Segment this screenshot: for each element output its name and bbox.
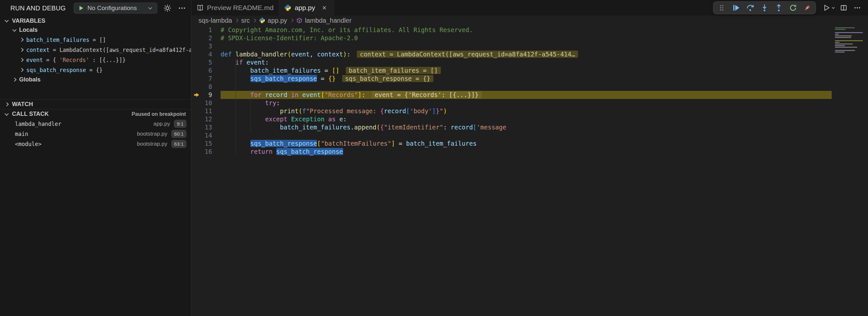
gutter[interactable]: 12 [191, 115, 221, 123]
variable-name: event [26, 57, 43, 63]
step-out-icon [775, 4, 783, 12]
line-number: 8 [191, 83, 221, 91]
stack-frame-lambda-handler[interactable]: lambda_handlerapp.py9:1 [0, 119, 191, 129]
code-line-2: 2# SPDX-License-Identifier: Apache-2.0 [191, 34, 832, 42]
code-text: return sqs_batch_response [221, 148, 832, 156]
breadcrumb-label: lambda_handler [305, 17, 351, 24]
stack-frame-module[interactable]: <module>bootstrap.py63:1 [0, 139, 191, 149]
gutter[interactable]: 16 [191, 148, 221, 156]
frame-name: <module> [15, 141, 41, 147]
gear-icon[interactable] [163, 4, 172, 13]
inline-debug-value: batch_item_failures = [] [346, 67, 441, 74]
tab-app-py[interactable]: app.py [279, 0, 334, 15]
line-number: 1 [191, 26, 221, 34]
variable-value: : [{...}]} [92, 57, 126, 63]
variables-section-header[interactable]: VARIABLES [0, 16, 191, 25]
gutter[interactable]: 7 [191, 74, 221, 83]
close-icon[interactable] [320, 4, 329, 12]
minimap[interactable] [835, 27, 865, 53]
chevron-right-icon [20, 68, 24, 72]
gutter[interactable]: 13 [191, 123, 221, 131]
python-icon [284, 4, 291, 11]
gutter[interactable]: 5 [191, 58, 221, 66]
code-line-13: 13 batch_item_failures.append({"itemIden… [191, 123, 832, 131]
variable-value: = [] [92, 37, 106, 43]
variable-context[interactable]: context = LambdaContext([aws_request_id=… [0, 45, 191, 55]
gutter[interactable]: 3 [191, 42, 221, 50]
chevron-right-icon [20, 48, 24, 52]
gutter[interactable]: 15 [191, 139, 221, 148]
continue-button[interactable] [729, 2, 743, 13]
variable-name: context [26, 47, 50, 53]
line-number: 14 [191, 131, 221, 139]
gutter[interactable]: 6 [191, 66, 221, 74]
restart-button[interactable] [786, 2, 800, 13]
code-text [221, 42, 832, 50]
gutter[interactable]: 4 [191, 50, 221, 58]
code-text [221, 131, 832, 139]
variable-value: = {} [89, 67, 102, 73]
variable-name: batch_item_failures [26, 37, 89, 43]
paused-status: Paused on breakpoint [132, 111, 186, 117]
locals-tree-item[interactable]: Locals [0, 25, 191, 35]
gutter[interactable]: 2 [191, 34, 221, 42]
disconnect-button[interactable] [800, 2, 814, 13]
breadcrumb-label: sqs-lambda [198, 17, 232, 24]
gutter[interactable]: 10 [191, 99, 221, 107]
watch-section-header[interactable]: WATCH [0, 99, 191, 109]
line-number: 15 [191, 139, 221, 148]
breadcrumb-item-lambda-handler[interactable]: lambda_handler [296, 17, 351, 24]
line-number: 11 [191, 107, 221, 115]
code-line-11: 11 print(f"Processed message: {record['b… [191, 107, 832, 115]
chevron-right-icon [20, 58, 24, 62]
code-line-3: 3 [191, 42, 832, 50]
code-text: batch_item_failures.append({"itemIdentif… [221, 123, 832, 131]
more-actions-button[interactable] [852, 2, 863, 13]
call-stack-section-header[interactable]: CALL STACK Paused on breakpoint [0, 109, 191, 119]
code-text: # Copyright Amazon.com, Inc. or its affi… [221, 26, 832, 34]
toolbar-drag-handle[interactable] [715, 2, 729, 13]
symbol-method-icon [296, 17, 303, 24]
step-over-button[interactable] [743, 2, 757, 13]
frame-file: bootstrap.py [137, 131, 167, 137]
stack-frame-main[interactable]: mainbootstrap.py60:1 [0, 129, 191, 139]
chevron-down-mini-icon [831, 5, 836, 10]
tab-preview-readme-md[interactable]: Preview README.md [191, 0, 279, 15]
frame-line-column-badge: 60:1 [171, 130, 187, 138]
sidebar-title: RUN AND DEBUG [10, 4, 66, 12]
debug-config-dropdown[interactable]: No Configurations [74, 3, 157, 13]
chevron-right-icon [4, 102, 9, 106]
chevron-right-icon [252, 19, 256, 22]
gutter[interactable]: 1 [191, 26, 221, 34]
frame-file: bootstrap.py [137, 141, 167, 147]
variable-value: = LambdaContext([aws_request_id=a8fa412f… [53, 47, 191, 53]
breadcrumb-item-src[interactable]: src [241, 17, 250, 24]
chevron-down-icon [4, 18, 9, 22]
step-into-button[interactable] [757, 2, 772, 13]
breadcrumb-item-app-py[interactable]: app.py [259, 17, 287, 24]
more-actions-icon[interactable] [178, 4, 187, 13]
call-stack-list: lambda_handlerapp.py9:1mainbootstrap.py6… [0, 119, 191, 149]
gutter[interactable]: 14 [191, 131, 221, 139]
variable-batch-item-failures[interactable]: batch_item_failures = [] [0, 35, 191, 45]
frame-file: app.py [153, 121, 170, 127]
split-editor-button[interactable] [838, 2, 849, 13]
variable-sqs-batch-response[interactable]: sqs_batch_response = {} [0, 65, 191, 75]
gutter[interactable]: 9 [191, 91, 221, 99]
step-out-button[interactable] [772, 2, 786, 13]
inline-debug-value: sqs_batch_response = {} [342, 75, 433, 82]
run-button[interactable] [823, 2, 836, 13]
globals-tree-item[interactable]: Globals [0, 75, 191, 84]
breadcrumb-item-sqs-lambda[interactable]: sqs-lambda [198, 17, 232, 24]
sidebar-header: RUN AND DEBUG No Configurations [0, 0, 191, 16]
code-lines: 1# Copyright Amazon.com, Inc. or its aff… [191, 26, 832, 156]
code-text: def lambda_handler(event, context):conte… [221, 50, 832, 58]
line-number: 3 [191, 42, 221, 50]
gutter[interactable]: 8 [191, 83, 221, 91]
code-line-8: 8 [191, 83, 832, 91]
tab-label: Preview README.md [207, 4, 273, 12]
gutter[interactable]: 11 [191, 107, 221, 115]
variable-value: 'Records' [59, 57, 89, 63]
variable-event[interactable]: event = {'Records': [{...}]} [0, 55, 191, 65]
variables-list: batch_item_failures = []context = Lambda… [0, 35, 191, 75]
